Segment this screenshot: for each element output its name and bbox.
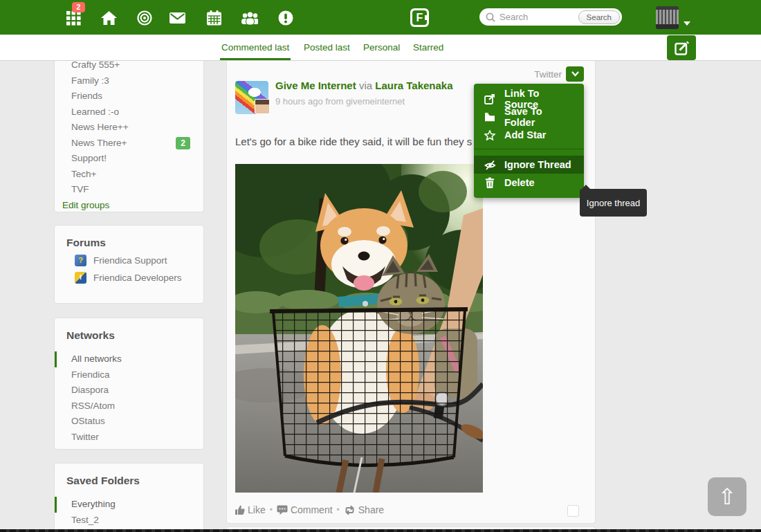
wall-owner-link[interactable]: Laura Takenaka — [375, 80, 452, 91]
trash-icon — [484, 177, 495, 188]
scroll-to-top-button[interactable]: ⇧ — [708, 477, 746, 516]
home-icon[interactable] — [100, 10, 117, 26]
group-item[interactable]: Tech+ — [55, 167, 203, 183]
post-author-link[interactable]: Give Me Internet — [275, 80, 356, 91]
forum-item[interactable]: f Friendica Developers — [55, 269, 203, 286]
forums-heading: Forums — [55, 226, 203, 252]
menu-separator — [474, 149, 584, 149]
comment-button[interactable]: Comment — [277, 504, 333, 515]
eye-slash-icon — [484, 160, 495, 170]
group-item[interactable]: Family :3 — [55, 73, 203, 89]
notifications-icon[interactable] — [277, 10, 294, 26]
bullseye-icon[interactable] — [136, 10, 153, 26]
group-item[interactable]: News There+ 2 — [55, 136, 203, 152]
forums-panel: Forums ? Friendica Support f Friendica D… — [54, 225, 204, 304]
post-actions-dropdown-menu: Link To Source Save To Folder Add Star I… — [474, 84, 584, 198]
groups-icon[interactable] — [241, 10, 258, 26]
user-menu-caret-icon[interactable] — [684, 16, 690, 28]
forum-item-label: Friendica Developers — [93, 269, 182, 286]
groups-panel: Crafty 555+ Family :3 Friends Learned :-… — [54, 38, 204, 212]
menu-item-delete[interactable]: Delete — [474, 174, 584, 192]
networks-heading: Networks — [55, 318, 203, 351]
network-filter-all[interactable]: All networks — [55, 351, 203, 367]
group-item-label: News There+ — [71, 138, 127, 148]
via-label: via — [359, 80, 372, 91]
folder-item-test2[interactable]: Test_2 — [55, 513, 203, 529]
search-input[interactable] — [499, 12, 578, 22]
comment-label: Comment — [291, 504, 333, 515]
post-photo[interactable] — [235, 164, 483, 493]
menu-item-label: Save To Folder — [504, 106, 574, 128]
post-actions-dropdown-toggle[interactable] — [566, 66, 584, 82]
folder-item-everything[interactable]: Everything — [55, 497, 203, 513]
top-navbar: 2 — [0, 0, 761, 35]
external-link-icon — [484, 93, 495, 104]
mail-icon[interactable] — [169, 10, 185, 26]
ignore-thread-tooltip: Ignore thread — [580, 189, 647, 217]
network-filter-diaspora[interactable]: Diaspora — [55, 383, 203, 398]
calendar-icon[interactable] — [205, 10, 222, 26]
comment-bubble-icon — [277, 505, 288, 515]
tab-personal[interactable]: Personal — [363, 35, 400, 60]
menu-item-label: Delete — [504, 177, 535, 188]
saved-folders-heading: Saved Folders — [55, 464, 203, 497]
chevron-down-icon — [571, 71, 579, 77]
post-author-avatar[interactable] — [235, 81, 268, 114]
tab-commented-last[interactable]: Commented last — [221, 35, 289, 60]
user-avatar[interactable] — [656, 6, 679, 29]
network-filter-twitter[interactable]: Twitter — [55, 430, 203, 446]
post-heading: Give Me Internet via Laura Takenaka — [275, 80, 453, 91]
share-label: Share — [358, 504, 384, 515]
network-filter-rss[interactable]: RSS/Atom — [55, 398, 203, 414]
search-button[interactable]: Search — [578, 10, 620, 24]
group-unread-badge: 2 — [176, 137, 190, 149]
share-button[interactable]: Share — [344, 504, 384, 515]
group-item[interactable]: News Here++ — [55, 120, 203, 136]
post-timestamp: 9 hours ago from givemeinternet — [275, 96, 405, 107]
folder-icon — [484, 112, 495, 122]
friendica-logo[interactable]: F — [410, 8, 429, 27]
retweet-icon — [344, 505, 356, 515]
compose-post-button[interactable] — [667, 35, 696, 60]
menu-item-ignore-thread[interactable]: Ignore Thread — [474, 156, 584, 174]
search-icon — [486, 12, 495, 22]
menu-item-add-star[interactable]: Add Star — [474, 126, 584, 144]
network-filter-ostatus[interactable]: OStatus — [55, 414, 203, 430]
notification-count-badge: 2 — [72, 2, 85, 12]
pencil-square-icon — [675, 41, 689, 55]
up-arrow-icon: ⇧ — [718, 484, 737, 510]
separator-dot: • — [270, 505, 273, 515]
friendica-logo-letter: F — [412, 10, 427, 25]
viewport-bottom-edge — [0, 529, 761, 532]
menu-item-label: Ignore Thread — [504, 159, 571, 170]
saved-folders-panel: Saved Folders Everything Test_2 — [54, 463, 204, 532]
forum-item[interactable]: ? Friendica Support — [55, 252, 203, 269]
star-icon — [484, 130, 495, 140]
post-select-checkbox[interactable] — [567, 505, 579, 517]
tab-starred[interactable]: Starred — [413, 35, 443, 60]
post-action-row: Like • Comment • Share — [235, 504, 384, 515]
stream-tabs-bar: Commented last Posted last Personal Star… — [0, 35, 761, 61]
post-network-label: Twitter — [534, 69, 562, 80]
wall-owner-mini-avatar — [255, 99, 270, 114]
group-item[interactable]: TVF — [55, 182, 203, 198]
separator-dot: • — [337, 505, 340, 515]
thumbs-up-icon — [235, 505, 245, 515]
forum-item-label: Friendica Support — [93, 252, 167, 269]
group-item[interactable]: Learned :-o — [55, 104, 203, 120]
menu-item-save-to-folder[interactable]: Save To Folder — [474, 108, 584, 126]
group-item[interactable]: Support! — [55, 151, 203, 167]
tab-posted-last[interactable]: Posted last — [304, 35, 350, 60]
group-item[interactable]: Friends — [55, 89, 203, 104]
networks-panel: Networks All networks Friendica Diaspora… — [54, 318, 204, 450]
dev-avatar-icon: f — [75, 272, 86, 284]
search-box: Search — [479, 8, 622, 26]
menu-item-label: Add Star — [504, 129, 546, 140]
like-label: Like — [248, 504, 266, 515]
edit-groups-link[interactable]: Edit groups — [55, 198, 203, 213]
like-button[interactable]: Like — [235, 504, 266, 515]
question-avatar-icon: ? — [75, 255, 86, 266]
network-filter-friendica[interactable]: Friendica — [55, 367, 203, 383]
